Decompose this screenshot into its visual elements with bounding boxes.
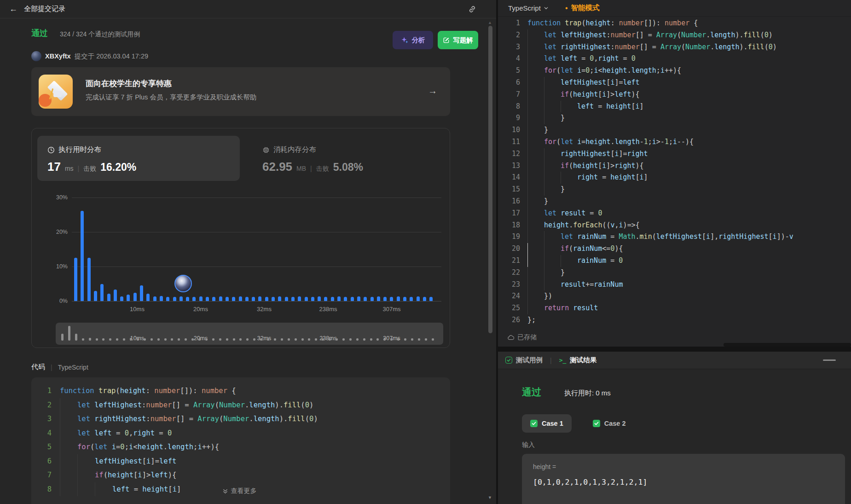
histogram-bar — [278, 296, 281, 301]
cloud-icon — [507, 334, 514, 341]
histogram-bar — [160, 296, 163, 301]
histogram-bar — [107, 294, 110, 301]
brush-bar — [198, 338, 201, 341]
promo-title: 面向在校学生的专享特惠 — [86, 78, 172, 89]
histogram-brush-minimap[interactable]: 10ms 20ms 32ms 238ms 307ms — [56, 323, 443, 345]
brush-tick: 32ms — [256, 335, 273, 342]
brush-bar — [233, 338, 235, 341]
result-runtime: 执行用时: 0 ms — [564, 389, 611, 398]
editor-code-area[interactable]: 1function trap(height: number[]): number… — [498, 17, 851, 326]
histogram-bar — [390, 297, 393, 301]
input-variable-name: height = — [533, 463, 556, 470]
code-line: 1function trap(height: number[]): number… — [31, 384, 450, 398]
brush-bar — [349, 338, 352, 341]
histogram-bar — [94, 291, 97, 301]
code-editor-panel: TypeScript • 智能模式 1function trap(height:… — [498, 0, 851, 347]
clock-icon — [47, 146, 55, 154]
smart-mode-label: 智能模式 — [571, 3, 599, 13]
code-line: 3let rightHighest:number[] = Array(Numbe… — [31, 412, 450, 426]
brush-bar — [281, 338, 283, 341]
histogram-bar — [417, 296, 420, 301]
write-solution-button[interactable]: 写题解 — [438, 31, 478, 49]
histogram-bar — [81, 211, 84, 301]
runtime-value: 17 — [47, 160, 61, 174]
code-line: 20if(rainNum<=0){ — [498, 243, 851, 255]
runtime-label: 执行用时: — [564, 389, 594, 397]
brush-bar — [82, 338, 84, 341]
histogram-bar — [351, 297, 354, 301]
copy-link-icon[interactable] — [467, 4, 478, 15]
brush-bar — [205, 338, 208, 341]
histogram-bar — [133, 293, 137, 301]
student-promo-banner[interactable]: 面向在校学生的专享特惠 完成认证享 7 折 Plus 会员，享受更多学业及职业成… — [31, 67, 450, 116]
code-line: 7if(height[i]>left){ — [31, 468, 450, 482]
case-1-button[interactable]: Case 1 — [522, 414, 572, 433]
histogram-bar — [179, 296, 183, 301]
code-line: 4let left = 0,right = 0 — [498, 53, 851, 65]
histogram-bar — [357, 296, 360, 301]
smart-mode-toggle[interactable]: • 智能模式 — [565, 3, 600, 13]
arrow-right-icon[interactable]: → — [428, 86, 437, 96]
code-line: 2let leftHighest:number[] = Array(Number… — [31, 398, 450, 412]
histogram-bar — [305, 297, 308, 301]
brush-bar — [267, 338, 269, 341]
user-avatar[interactable] — [31, 51, 41, 61]
code-line: 3let rightHighest:number[] = Array(Numbe… — [498, 41, 851, 53]
histogram-bar — [285, 297, 288, 301]
y-axis-tick: 30% — [45, 194, 68, 201]
scroll-down-arrow[interactable]: ▼ — [488, 495, 492, 500]
user-name[interactable]: XBXyftx — [45, 52, 71, 60]
histogram-bar — [100, 284, 104, 301]
brush-bar — [102, 338, 104, 341]
histogram-bar — [239, 296, 242, 301]
histogram-bar — [192, 297, 196, 301]
graduation-cap-image — [39, 75, 73, 109]
code-line: 9} — [498, 112, 851, 124]
editor-status-bar: 已存储 — [507, 333, 537, 342]
brush-bar — [274, 338, 276, 341]
brush-bar — [390, 338, 393, 341]
histogram-bar — [252, 297, 255, 301]
brush-bar — [123, 338, 125, 341]
brush-bar — [336, 338, 338, 341]
code-line: 5for(let i=0;i<height.length;i++){ — [498, 65, 851, 77]
x-axis-tick: 10ms — [130, 306, 145, 313]
language-select[interactable]: TypeScript — [508, 4, 549, 12]
brush-bar — [116, 338, 118, 341]
histogram-bar — [166, 297, 169, 301]
histogram-bar — [265, 297, 268, 301]
histogram-bar — [403, 297, 406, 301]
brush-bar — [130, 338, 132, 341]
code-line: 5for(let i=0;i<height.length;i++){ — [31, 440, 450, 454]
back-arrow-icon[interactable]: ← — [9, 4, 17, 14]
histogram-bar — [410, 297, 413, 301]
histogram-bar — [199, 296, 203, 301]
vertical-scrollbar[interactable] — [488, 26, 492, 333]
histogram-bar — [127, 295, 130, 301]
histogram-bar — [291, 297, 295, 301]
case-1-label: Case 1 — [542, 420, 563, 427]
tab-testcase[interactable]: 测试用例 — [505, 356, 543, 365]
case-2-button[interactable]: Case 2 — [585, 414, 634, 433]
brush-bar — [315, 338, 317, 341]
analyze-button[interactable]: 分析 — [393, 31, 433, 49]
histogram-bar — [226, 297, 229, 301]
tab-testresult[interactable]: >_ 测试结果 — [559, 356, 597, 365]
see-more-button[interactable]: 查看更多 — [0, 487, 479, 495]
brush-bar — [185, 338, 187, 341]
horizontal-scrollbar[interactable] — [724, 343, 851, 347]
histogram-bar — [206, 297, 209, 301]
submission-date: 提交于 2026.03.04 17:29 — [75, 52, 148, 61]
runtime-histogram[interactable] — [74, 128, 442, 301]
tests-passed-count: 324 / 324 个通过的测试用例 — [60, 30, 140, 39]
submission-detail-panel: ← 全部提交记录 通过 324 / 324 个通过的测试用例 分析 — [0, 0, 496, 504]
code-line: 16} — [498, 196, 851, 208]
histogram-bar — [212, 297, 215, 301]
panel-drag-handle[interactable] — [823, 359, 836, 361]
histogram-bar — [219, 296, 222, 301]
performance-card: 执行用时分布 17 ms | 击败 16.20% — [31, 128, 450, 348]
code-line: 4let left = 0,right = 0 — [31, 426, 450, 440]
histogram-bar — [232, 297, 235, 301]
scroll-up-arrow[interactable]: ▲ — [488, 20, 492, 25]
test-input-field[interactable]: height = [0,1,0,2,1,0,1,3,2,1,2,1] — [522, 454, 845, 504]
